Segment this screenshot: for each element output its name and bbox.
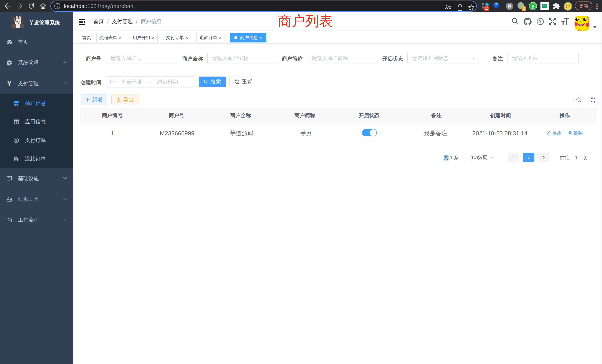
- svg-text:y: y: [531, 3, 534, 9]
- svg-text:10: 10: [485, 7, 489, 10]
- svg-text:⌘: ⌘: [507, 3, 512, 9]
- svg-text:1: 1: [523, 7, 525, 10]
- svg-text:?: ?: [539, 19, 542, 24]
